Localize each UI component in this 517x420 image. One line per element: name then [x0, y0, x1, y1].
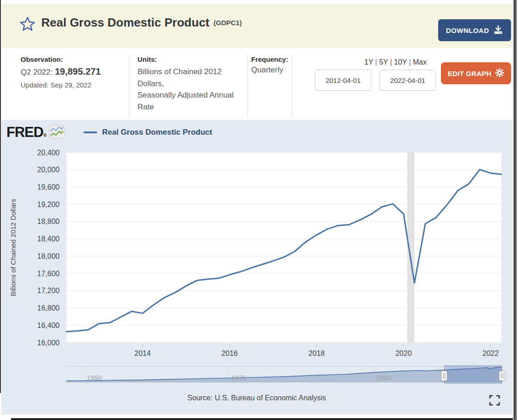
- svg-text:18,400: 18,400: [37, 235, 60, 243]
- y-axis-title: Billions of Chained 2012 Dollars: [9, 199, 17, 296]
- observation-period: Q2 2022:: [21, 68, 53, 76]
- navigator-selection[interactable]: [444, 365, 502, 383]
- edit-graph-button[interactable]: EDIT GRAPH: [441, 62, 511, 84]
- range-separator: |: [409, 58, 411, 66]
- navigator-year-label: 2000: [376, 374, 391, 382]
- range-link-10y[interactable]: 10Y: [394, 58, 407, 66]
- fullscreen-icon[interactable]: [489, 394, 500, 406]
- range-link-max[interactable]: Max: [413, 58, 427, 66]
- favorite-star-icon[interactable]: [20, 16, 35, 32]
- svg-text:18,800: 18,800: [37, 218, 60, 225]
- frequency-label: Frequency:: [251, 55, 288, 63]
- date-end-input[interactable]: [380, 70, 436, 91]
- graph-brand-row: FRED® Real Gross Domestic Product: [6, 123, 212, 142]
- download-button[interactable]: DOWNLOAD: [438, 19, 511, 41]
- series-header: Real Gross Domestic Product(GDPC1) DOWNL…: [1, 4, 512, 48]
- graph-container: 16,00016,40016,80017,20017,60018,00018,4…: [1, 120, 512, 415]
- fred-sparkline-icon: [49, 125, 65, 141]
- svg-text:2014: 2014: [134, 349, 151, 357]
- gear-icon: [495, 68, 504, 79]
- observation-updated: Updated: Sep 29, 2022: [21, 81, 101, 89]
- svg-text:16,400: 16,400: [37, 322, 60, 329]
- y-axis-labels: 16,00016,40016,80017,20017,60018,00018,4…: [37, 149, 60, 347]
- svg-text:16,800: 16,800: [37, 304, 60, 312]
- series-meta-row: Observation: Q2 2022: 19,895.271 Updated…: [1, 53, 512, 119]
- svg-text:18,000: 18,000: [37, 252, 60, 260]
- download-icon: [493, 25, 503, 36]
- divider: [248, 55, 248, 118]
- units-value: Billions of Chained 2012 Dollars, Season…: [138, 66, 249, 113]
- range-link-5y[interactable]: 5Y: [379, 58, 388, 66]
- edit-graph-label: EDIT GRAPH: [448, 70, 492, 77]
- navigator-handle-right[interactable]: [499, 371, 505, 381]
- svg-text:19,600: 19,600: [37, 183, 60, 191]
- legend-label: Real Gross Domestic Product: [102, 128, 212, 137]
- plot-area: [66, 153, 501, 343]
- date-start-input[interactable]: [315, 70, 371, 91]
- svg-text:20,000: 20,000: [37, 166, 60, 174]
- series-id: (GDPC1): [214, 19, 242, 27]
- frequency-value: Quarterly: [251, 65, 288, 75]
- svg-text:17,600: 17,600: [37, 270, 60, 278]
- svg-text:2022: 2022: [483, 349, 499, 357]
- svg-text:2016: 2016: [221, 349, 238, 357]
- legend-line-swatch: [83, 131, 97, 133]
- main-chart: 16,00016,40016,80017,20017,60018,00018,4…: [1, 120, 512, 415]
- range-link-1y[interactable]: 1Y: [364, 58, 373, 66]
- source-attribution: Source: U.S. Bureau of Economic Analysis: [1, 394, 512, 402]
- svg-text:2018: 2018: [308, 349, 325, 357]
- navigator-year-label: 1950: [87, 374, 102, 382]
- divider: [129, 55, 129, 118]
- units-label: Units:: [138, 55, 249, 63]
- observation-value: 19,895.271: [55, 66, 101, 76]
- svg-text:16,000: 16,000: [37, 339, 60, 347]
- svg-text:20,400: 20,400: [37, 149, 60, 157]
- page-title: Real Gross Domestic Product(GDPC1): [41, 16, 242, 30]
- window-border-left: [0, 0, 1, 393]
- svg-text:19,200: 19,200: [37, 201, 60, 208]
- frequency-column: Frequency: Quarterly: [251, 55, 288, 75]
- download-button-label: DOWNLOAD: [446, 27, 489, 34]
- svg-text:17,200: 17,200: [37, 287, 60, 295]
- units-column: Units: Billions of Chained 2012 Dollars,…: [138, 55, 249, 113]
- divider: [292, 55, 292, 118]
- svg-text:2020: 2020: [396, 349, 412, 357]
- fred-series-page: Real Gross Domestic Product(GDPC1) DOWNL…: [0, 0, 517, 420]
- x-axis-labels: 20142016201820202022: [134, 344, 499, 357]
- range-separator: |: [375, 58, 377, 66]
- navigator-year-label: 1975: [231, 374, 247, 382]
- window-border-right: [513, 0, 517, 420]
- chart-svg: 16,00016,40016,80017,20017,60018,00018,4…: [1, 120, 512, 415]
- observation-column: Observation: Q2 2022: 19,895.271 Updated…: [21, 55, 101, 89]
- navigator-handle-left[interactable]: [441, 371, 447, 381]
- observation-label: Observation:: [21, 55, 101, 63]
- fred-logo: FRED®: [6, 124, 46, 141]
- chart-legend: Real Gross Domestic Product: [83, 128, 212, 137]
- range-separator: |: [390, 58, 392, 66]
- range-quick-links: 1Y | 5Y | 10Y | Max: [318, 58, 427, 66]
- window-border-bottom: [11, 418, 517, 420]
